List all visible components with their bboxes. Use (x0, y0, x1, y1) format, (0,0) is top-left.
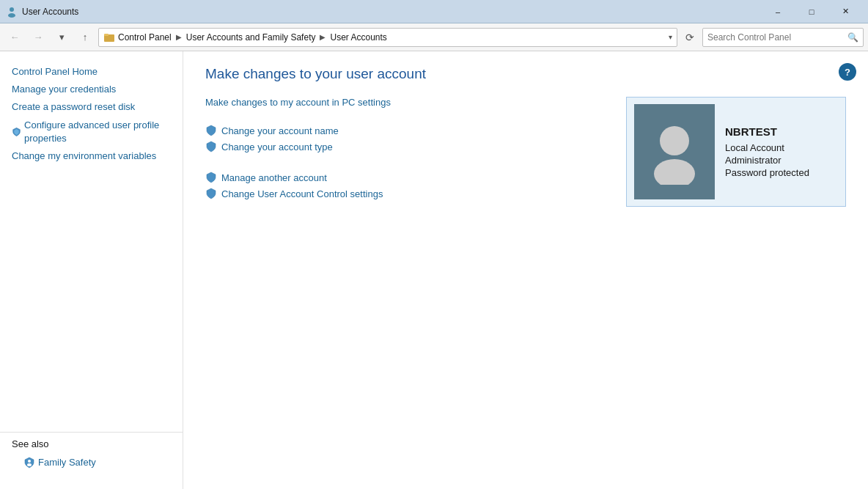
address-field: Control Panel ▶ User Accounts and Family… (98, 28, 677, 47)
minimize-button[interactable]: – (761, 0, 795, 23)
shield-icon-2 (205, 141, 217, 152)
main-container: Control Panel Home Manage your credentia… (0, 51, 868, 489)
sidebar-item-family-safety[interactable]: Family Safety (12, 454, 171, 471)
close-button[interactable]: ✕ (828, 0, 862, 23)
svg-point-0 (10, 7, 14, 12)
shield-icon-4 (205, 188, 217, 199)
sidebar: Control Panel Home Manage your credentia… (0, 51, 183, 489)
folder-icon (103, 32, 115, 43)
see-also-section: See also Family Safety (0, 432, 183, 477)
title-bar: User Accounts – □ ✕ (0, 0, 868, 23)
forward-button[interactable]: → (28, 27, 48, 48)
change-account-name-link[interactable]: Change your account name (205, 122, 597, 139)
window-controls: – □ ✕ (761, 0, 862, 23)
sidebar-item-create-password-reset[interactable]: Create a password reset disk (0, 98, 183, 116)
svg-point-1 (8, 13, 15, 18)
svg-point-4 (28, 460, 31, 463)
username: NBRTEST (725, 125, 809, 138)
refresh-button[interactable]: ⟳ (680, 28, 699, 47)
pc-settings-link[interactable]: Make changes to my account in PC setting… (205, 97, 391, 108)
title-bar-left: User Accounts (6, 6, 78, 18)
search-icon[interactable]: 🔍 (847, 32, 858, 43)
page-title: Make changes to your user account (205, 66, 846, 82)
up-button[interactable]: ↑ (75, 27, 95, 48)
help-button[interactable]: ? (839, 63, 856, 81)
content-layout: Make changes to my account in PC setting… (205, 97, 846, 216)
breadcrumb-sep-2: ▶ (320, 33, 326, 41)
breadcrumb-sep-1: ▶ (176, 33, 182, 41)
shield-icon (12, 126, 21, 138)
sidebar-item-configure-advanced[interactable]: Configure advanced user profile properti… (0, 117, 183, 147)
breadcrumb-control-panel[interactable]: Control Panel (118, 32, 172, 43)
sidebar-item-change-environment[interactable]: Change my environment variables (0, 147, 183, 165)
user-avatar (634, 104, 715, 199)
content-area: ? Make changes to your user account Make… (183, 51, 868, 489)
user-detail-administrator: Administrator (725, 155, 809, 166)
avatar-image (641, 119, 707, 185)
sidebar-item-manage-credentials[interactable]: Manage your credentials (0, 81, 183, 98)
search-input[interactable] (707, 32, 845, 43)
sidebar-spacer (0, 165, 183, 432)
link-group-1: Change your account name Change your acc… (205, 122, 597, 155)
shield-icon-3 (205, 172, 217, 183)
maximize-button[interactable]: □ (795, 0, 828, 23)
shield-icon-1 (205, 125, 217, 136)
see-also-title: See also (12, 438, 171, 449)
content-links: Make changes to my account in PC setting… (205, 97, 597, 216)
search-box: 🔍 (702, 28, 864, 47)
sidebar-item-control-panel-home[interactable]: Control Panel Home (0, 63, 183, 81)
user-info: NBRTEST Local Account Administrator Pass… (725, 125, 809, 178)
change-uac-link[interactable]: Change User Account Control settings (205, 185, 597, 202)
dropdown-button[interactable]: ▾ (51, 27, 72, 48)
svg-rect-3 (104, 34, 108, 36)
svg-point-5 (27, 463, 32, 466)
user-detail-password: Password protected (725, 167, 809, 178)
user-card: NBRTEST Local Account Administrator Pass… (626, 97, 846, 207)
window-title: User Accounts (22, 7, 78, 17)
app-icon (6, 6, 18, 18)
back-button[interactable]: ← (4, 27, 25, 48)
svg-point-6 (660, 126, 689, 155)
breadcrumb-user-accounts[interactable]: User Accounts (330, 32, 386, 43)
address-chevron[interactable]: ▾ (669, 33, 672, 41)
family-safety-icon (23, 457, 35, 468)
manage-another-account-link[interactable]: Manage another account (205, 169, 597, 185)
svg-point-7 (654, 159, 695, 185)
user-detail-local-account: Local Account (725, 142, 809, 153)
address-bar: ← → ▾ ↑ Control Panel ▶ User Accounts an… (0, 23, 868, 51)
breadcrumb-family-safety[interactable]: User Accounts and Family Safety (186, 32, 316, 43)
link-group-2: Manage another account Change User Accou… (205, 169, 597, 202)
change-account-type-link[interactable]: Change your account type (205, 139, 597, 155)
